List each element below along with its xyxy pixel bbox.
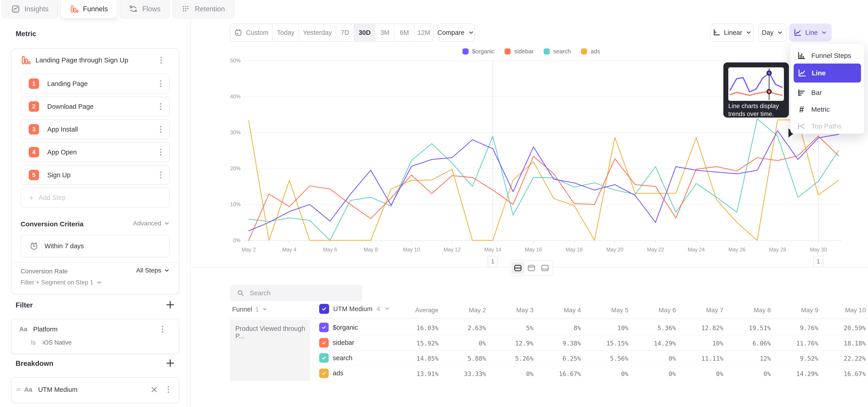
row-checkbox[interactable] xyxy=(319,369,329,378)
svg-text:1: 1 xyxy=(817,258,820,265)
filter-property[interactable]: Platform xyxy=(33,325,158,333)
range-6m[interactable]: 6M xyxy=(395,24,414,41)
filter-value[interactable]: iOS Native xyxy=(42,339,72,346)
tab-flows[interactable]: Flows xyxy=(120,0,170,19)
kebab-menu-icon[interactable] xyxy=(156,170,165,180)
column-header-may-3[interactable]: May 3 xyxy=(488,307,533,314)
filter-operator[interactable]: Is xyxy=(31,339,36,346)
cell-value: 9.38% xyxy=(531,340,581,347)
close-icon[interactable] xyxy=(150,385,158,394)
search-icon xyxy=(237,289,244,297)
step-label: App Open xyxy=(47,149,156,156)
table-search[interactable] xyxy=(230,285,362,301)
column-header-may-8[interactable]: May 8 xyxy=(725,307,771,314)
chart-only-view-button[interactable] xyxy=(525,262,538,274)
legend-item-organic[interactable]: $organic xyxy=(463,48,495,55)
kebab-icon xyxy=(157,56,166,65)
range-12m[interactable]: 12M xyxy=(414,24,433,41)
column-header-may-2[interactable]: May 2 xyxy=(441,307,486,314)
segment-name: ads xyxy=(333,370,343,377)
row-checkbox[interactable] xyxy=(319,323,329,332)
funnel-cell[interactable]: Product Viewed through P... xyxy=(230,320,310,381)
cell-value: 11.76% xyxy=(769,340,818,347)
series-line-ads[interactable] xyxy=(249,120,839,240)
funnel-header-label: Funnel xyxy=(232,306,252,313)
drag-handle-icon[interactable] xyxy=(15,386,22,393)
segment-column-header[interactable]: UTM Medium4 xyxy=(319,304,390,314)
column-header-may-7[interactable]: May 7 xyxy=(678,307,723,314)
kebab-menu-icon[interactable] xyxy=(156,148,165,157)
filter-card: Aa Platform Is iOS Native xyxy=(11,319,179,354)
column-header-may-10[interactable]: May 10 xyxy=(820,307,866,314)
legend-item-sidebar[interactable]: sidebar xyxy=(504,48,533,55)
svg-text:May 8: May 8 xyxy=(364,247,378,253)
insights-icon xyxy=(11,5,20,13)
split-view-icon xyxy=(513,263,522,273)
menu-item-metric[interactable]: #Metric xyxy=(790,102,864,117)
chevron-down-icon xyxy=(163,267,170,274)
header-checkbox[interactable] xyxy=(319,304,329,314)
clock-icon xyxy=(29,241,39,251)
menu-item-bar[interactable]: Bar xyxy=(790,86,864,100)
conversion-criteria-heading: Conversion Criteria xyxy=(21,220,84,228)
search-input[interactable] xyxy=(249,289,350,297)
breakdown-card: Aa UTM Medium xyxy=(11,377,179,403)
calendar-icon xyxy=(234,29,242,37)
column-header-may-9[interactable]: May 9 xyxy=(773,307,818,314)
menu-item-funnel-steps[interactable]: Funnel Steps xyxy=(790,49,864,63)
kebab-menu-icon[interactable] xyxy=(158,325,167,334)
svg-text:May 10: May 10 xyxy=(403,247,420,253)
granularity-button[interactable]: Day xyxy=(758,24,786,41)
row-checkbox[interactable] xyxy=(319,338,329,347)
conversion-window[interactable]: Within 7 days xyxy=(21,235,170,257)
range-3m[interactable]: 3M xyxy=(375,24,395,41)
add-step-button[interactable]: + Add Step xyxy=(21,188,170,208)
range-30d[interactable]: 30D xyxy=(354,24,375,41)
column-header-average[interactable]: Average xyxy=(393,307,438,314)
funnels-dashboard: InsightsFunnelsFlowsRetention Metric Lan… xyxy=(0,0,868,407)
menu-item-line[interactable]: Line xyxy=(794,64,861,83)
funnel-step-1[interactable]: 1Landing Page xyxy=(21,74,170,94)
breakdown-property[interactable]: UTM Medium xyxy=(38,386,150,394)
range-7d[interactable]: 7D xyxy=(336,24,354,41)
row-checkbox[interactable] xyxy=(319,353,329,363)
column-header-may-4[interactable]: May 4 xyxy=(536,307,581,314)
add-filter-button[interactable] xyxy=(165,300,175,310)
funnel-column-header[interactable]: Funnel1 xyxy=(232,306,268,313)
funnel-step-4[interactable]: 4App Open xyxy=(21,142,170,162)
compare-button[interactable]: Compare xyxy=(437,24,475,41)
chevron-down-icon xyxy=(745,29,752,36)
kebab-menu-icon[interactable] xyxy=(157,56,166,65)
cell-value: 18.18% xyxy=(816,340,866,347)
range-yesterday[interactable]: Yesterday xyxy=(299,24,336,41)
column-header-may-5[interactable]: May 5 xyxy=(583,307,628,314)
funnel-step-2[interactable]: 2Download Page xyxy=(21,97,170,117)
add-breakdown-button[interactable] xyxy=(165,358,175,368)
kebab-menu-icon[interactable] xyxy=(156,102,165,111)
table-row: search xyxy=(319,353,352,363)
svg-text:1: 1 xyxy=(491,258,494,265)
cell-value: 5% xyxy=(484,324,533,332)
tab-retention[interactable]: Retention xyxy=(172,0,235,19)
kebab-menu-icon[interactable] xyxy=(164,385,173,394)
tab-insights[interactable]: Insights xyxy=(2,0,58,19)
conversion-rate-dropdown[interactable]: All Steps xyxy=(136,267,170,274)
advanced-dropdown[interactable]: Advanced xyxy=(133,220,170,227)
legend-item-search[interactable]: search xyxy=(544,48,571,55)
funnel-step-5[interactable]: 5Sign Up xyxy=(21,165,170,185)
table-only-view-button[interactable] xyxy=(539,262,551,274)
kebab-menu-icon[interactable] xyxy=(156,125,165,134)
range-today[interactable]: Today xyxy=(273,24,299,41)
range-custom[interactable]: Custom xyxy=(230,24,273,41)
tab-funnels[interactable]: Funnels xyxy=(60,0,117,19)
scale-button[interactable]: Linear xyxy=(710,24,754,41)
chart-type-button[interactable]: Line xyxy=(789,24,832,41)
kebab-menu-icon[interactable] xyxy=(156,79,165,88)
funnel-step-3[interactable]: 3App Install xyxy=(21,119,170,139)
legend-item-ads[interactable]: ads xyxy=(581,48,600,55)
cell-value: 10% xyxy=(579,324,628,332)
cell-value: 15.92% xyxy=(389,340,438,347)
column-header-may-6[interactable]: May 6 xyxy=(631,307,676,314)
split-view-button[interactable] xyxy=(512,262,524,274)
filter-segment-dropdown[interactable]: Filter + Segment on Step 1 xyxy=(21,279,103,286)
